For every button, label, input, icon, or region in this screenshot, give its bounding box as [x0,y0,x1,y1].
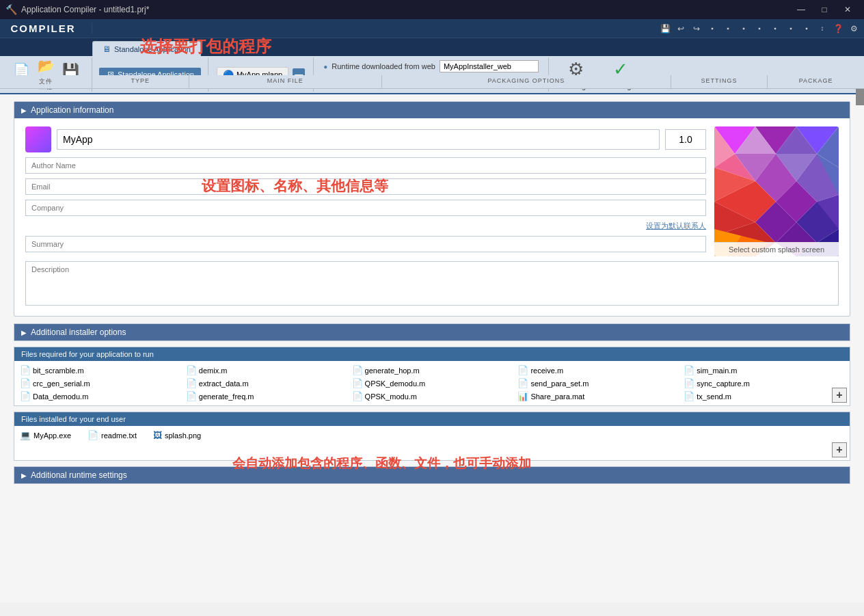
description-textarea[interactable] [25,261,839,306]
app-name-input[interactable] [57,129,660,150]
redo-btn[interactable]: ↪ [689,21,704,36]
app-info-header[interactable]: ▶ Application information [14,102,850,118]
company-input[interactable] [25,200,706,216]
file-item: 📄 bit_scramble.m [20,365,180,375]
m-file-icon: 📄 [186,378,197,388]
m-file-icon: 📄 [684,378,694,388]
package-section-label: PACKAGE [799,77,833,84]
quick-btn-3[interactable]: ▪ [736,21,751,36]
file-item: 📄 demix.m [186,365,347,375]
tab-icon: 🖥 [103,44,111,54]
packaging-section-label: PACKAGING OPTIONS [487,77,565,84]
app-content: ▶ Application information [0,94,864,602]
m-file-icon: 📄 [684,365,694,375]
app-info-body: 设置为默认联系人 [14,118,850,316]
splash-overlay[interactable]: Select custom splash screen [714,242,839,256]
splash-svg [714,126,839,256]
additional-installer-arrow: ▶ [21,329,27,336]
restore-button[interactable]: □ [813,3,835,16]
file-item: 📄 QPSK_modu.m [352,391,513,401]
files-end-user-header: Files installed for your end user [14,412,850,426]
additional-installer-title: Additional installer options [31,327,126,337]
titlebar-controls: — □ ✕ [790,3,859,16]
help-btn[interactable]: ❓ [831,21,846,36]
window-title: Application Compiler - untitled1.prj* [21,5,149,14]
files-required-body: 📄 bit_scramble.m 📄 demix.m 📄 generate_ho… [14,361,850,405]
file-section-label: 文件 [39,78,53,85]
summary-input[interactable] [25,236,706,252]
quick-btn-1[interactable]: ▪ [705,21,720,36]
m-file-icon: 📄 [684,391,694,401]
quick-btn-5[interactable]: ▪ [768,21,783,36]
files-end-user-body: 💻 MyApp.exe 📄 readme.txt 🖼 splash.png + [14,426,850,460]
png-file-item: 🖼 splash.png [153,430,201,440]
file-item: 📄 extract_data.m [186,378,347,388]
splash-label: Select custom splash screen [729,245,824,254]
app-icon-box [25,126,51,152]
add-required-files-button[interactable]: + [832,388,847,403]
radio-web-icon: ● [323,63,327,70]
email-input[interactable] [25,178,706,195]
file-item: 📄 sim_main.m [684,365,844,375]
exe-icon: 💻 [20,430,31,440]
exe-file-item: 💻 MyApp.exe [20,430,71,440]
undo-btn[interactable]: ↩ [673,21,688,36]
files-end-user-title: Files installed for your end user [21,415,126,423]
m-file-icon: 📄 [186,391,197,401]
m-file-icon: 📄 [20,378,31,388]
additional-installer-header[interactable]: ▶ Additional installer options [14,324,850,340]
file-item: 📄 sync_capture.m [684,378,844,388]
web-installer-input[interactable] [440,60,539,72]
file-item: 📄 Data_demodu.m [20,391,180,401]
file-item: 📄 tx_send.m [684,391,844,401]
files-required-title: Files required for your application to r… [21,350,154,358]
quick-btn-2[interactable]: ▪ [720,21,735,36]
close-button[interactable]: ✕ [837,3,859,16]
titlebar: 🔨 Application Compiler - untitled1.prj* … [0,0,864,19]
standalone-tab[interactable]: 🖥 Standalone Application [92,41,201,56]
quick-btn-4[interactable]: ▪ [752,21,767,36]
additional-runtime-header[interactable]: ▶ Additional runtime settings [14,467,850,483]
file-item: 📄 receive.m [517,365,678,375]
m-file-icon: 📄 [352,378,363,388]
txt-icon: 📄 [87,430,98,440]
main-file-section-label: MAIN FILE [267,77,303,84]
set-default-link[interactable]: 设置为默认联系人 [646,222,706,230]
radio-web-label: Runtime downloaded from web [332,62,435,70]
m-file-icon: 📄 [20,365,31,375]
minimize-button[interactable]: — [790,3,812,16]
version-input[interactable] [665,129,706,150]
m-file-icon: 📄 [20,391,31,401]
app-info-arrow: ▶ [21,107,27,114]
additional-runtime-title: Additional runtime settings [31,470,127,480]
file-item: 📄 generate_freq.m [186,391,347,401]
open-icon: 📂 [38,57,55,74]
files-required-header: Files required for your application to r… [14,347,850,361]
tab-label: Standalone Application [114,45,191,53]
quick-btn-6[interactable]: ▪ [783,21,798,36]
type-section-label: TYPE [131,77,150,84]
app-info-title: Application information [31,105,113,115]
settings-quick-btn[interactable]: ⚙ [846,21,861,36]
mat-file-icon: 📊 [517,391,528,401]
titlebar-left: 🔨 Application Compiler - untitled1.prj* [5,4,149,15]
splash-container[interactable]: Select custom splash screen [714,126,839,256]
file-item: 📄 QPSK_demodu.m [352,378,513,388]
txt-file-item: 📄 readme.txt [87,430,137,440]
quick-btn-7[interactable]: ▪ [799,21,814,36]
add-end-user-files-button[interactable]: + [832,442,847,457]
files-end-user-panel: Files installed for your end user 💻 MyAp… [14,412,850,461]
m-file-icon: 📄 [517,378,528,388]
compiler-label: COMPILER [0,23,92,34]
m-file-icon: 📄 [352,365,363,375]
additional-runtime-panel: ▶ Additional runtime settings [14,466,850,484]
save-quick-btn[interactable]: 💾 [658,21,673,36]
file-item: 📄 generate_hop.m [352,365,513,375]
m-file-icon: 📄 [352,391,363,401]
quick-btn-8[interactable]: ↕ [815,21,830,36]
settings-section-label: SETTINGS [701,77,738,84]
app-info-panel: ▶ Application information [14,101,850,317]
app-icon: 🔨 [5,4,17,15]
scroll-indicator[interactable] [856,89,864,105]
author-input[interactable] [25,157,706,174]
